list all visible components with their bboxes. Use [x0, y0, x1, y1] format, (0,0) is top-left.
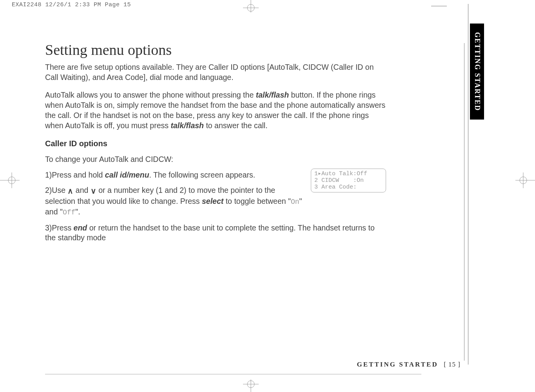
select-button-ref: select: [202, 197, 223, 205]
page-title: Setting menu options: [45, 41, 386, 58]
print-slug-header: EXAI2248 12/26/1 2:33 PM Page 15: [12, 2, 131, 8]
registration-mark-bottom: [239, 379, 263, 392]
page-content: Setting menu options There are five setu…: [45, 41, 386, 249]
step-1: 1)Press and hold call id/menu. The follo…: [45, 170, 306, 180]
down-arrow-icon: ∨: [91, 186, 96, 196]
crop-hairline-bottom: [45, 374, 421, 374]
up-arrow-icon: ∧: [67, 186, 73, 196]
footer-section-label: GETTING STARTED: [357, 361, 438, 368]
step-2: 2)Use ∧ and ∨ or a number key (1 and 2) …: [45, 185, 306, 217]
text-fragment: . The following screen appears.: [149, 171, 256, 179]
text-fragment: and: [73, 186, 90, 194]
page-number: [ 15 ]: [444, 361, 461, 368]
lead-sentence: To change your AutoTalk and CIDCW:: [45, 154, 386, 165]
lcd-line-3: 3 Area Code:: [314, 184, 357, 191]
crop-hairline-top: [431, 6, 447, 6]
text-fragment: 2)Use: [45, 186, 67, 194]
end-button-ref: end: [74, 223, 87, 232]
registration-mark-right: [515, 169, 535, 192]
text-fragment: or return the handset to the base unit t…: [45, 223, 375, 242]
crop-hairline-right: [468, 4, 468, 365]
autotalk-description: AutoTalk allows you to answer the phone …: [45, 90, 386, 131]
call-id-menu-button-ref: call id/menu: [105, 171, 149, 179]
caller-id-subhead: Caller ID options: [45, 138, 386, 149]
step-3: 3)Press end or return the handset to the…: [45, 223, 386, 243]
registration-mark-left: [0, 169, 20, 192]
text-fragment: ".: [75, 207, 80, 216]
lcd-on-text: On: [291, 198, 299, 206]
column-rule: [464, 43, 464, 361]
page-footer: GETTING STARTED [ 15 ]: [357, 361, 461, 368]
talk-flash-button-ref: talk/flash: [256, 91, 289, 99]
section-side-tab: GETTING STARTED: [470, 24, 484, 120]
lcd-off-text: Off: [63, 209, 75, 216]
lcd-line-2: 2 CIDCW :On: [314, 177, 364, 184]
text-fragment: AutoTalk allows you to answer the phone …: [45, 91, 256, 99]
text-fragment: to answer the call.: [204, 121, 268, 130]
text-fragment: 1)Press and hold: [45, 171, 105, 179]
lcd-line-1: 1▸Auto Talk:Off: [314, 171, 367, 177]
lcd-screen-illustration: 1▸Auto Talk:Off 2 CIDCW :On 3 Area Code:: [311, 169, 386, 193]
registration-mark-top: [239, 0, 263, 13]
text-fragment: 3)Press: [45, 223, 74, 232]
text-fragment: to toggle between ": [223, 197, 291, 205]
intro-paragraph: There are five setup options available. …: [45, 62, 386, 82]
talk-flash-button-ref: talk/flash: [170, 121, 204, 130]
